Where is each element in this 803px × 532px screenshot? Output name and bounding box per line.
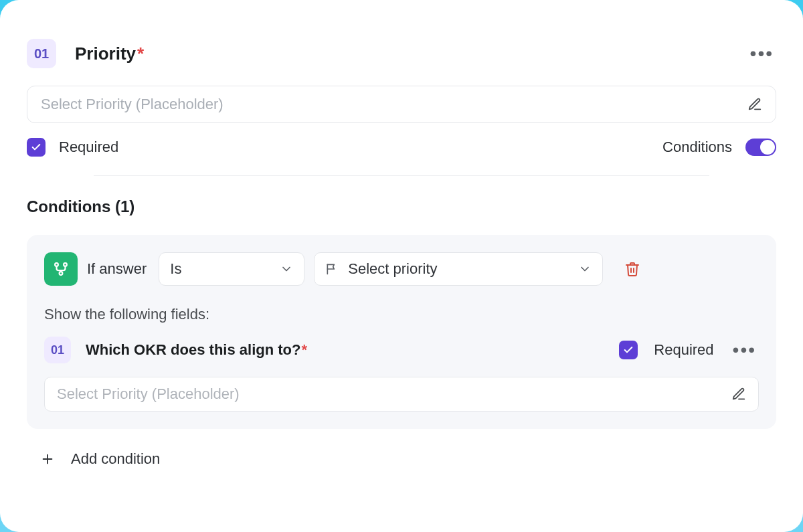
chevron-down-icon bbox=[280, 262, 293, 276]
delete-condition-icon[interactable] bbox=[624, 261, 640, 277]
nested-select-input[interactable]: Select Priority (Placeholder) bbox=[44, 377, 759, 412]
conditions-heading: Conditions (1) bbox=[27, 197, 776, 216]
nested-title-text: Which OKR does this align to? bbox=[86, 341, 300, 358]
flag-icon bbox=[325, 262, 339, 276]
chevron-down-icon bbox=[578, 262, 592, 276]
nested-more-menu-icon[interactable]: ••• bbox=[730, 337, 759, 363]
condition-block: If answer Is Select priority Show the fo… bbox=[27, 235, 776, 429]
field-header-left: 01 Priority* bbox=[27, 39, 144, 68]
required-option: Required bbox=[27, 138, 118, 157]
form-field-editor-card: 01 Priority* ••• Select Priority (Placeh… bbox=[0, 0, 803, 532]
check-icon bbox=[31, 142, 41, 153]
nested-number-badge: 01 bbox=[44, 337, 71, 363]
if-answer-label: If answer bbox=[87, 260, 147, 278]
required-asterisk: * bbox=[137, 43, 144, 64]
nested-required-label: Required bbox=[654, 341, 713, 359]
field-title: Priority* bbox=[75, 43, 144, 64]
nested-required-checkbox[interactable] bbox=[619, 341, 638, 359]
nested-field-left: 01 Which OKR does this align to?* bbox=[44, 337, 307, 363]
edit-icon[interactable] bbox=[731, 387, 746, 402]
required-checkbox[interactable] bbox=[27, 138, 46, 157]
add-condition-label: Add condition bbox=[71, 450, 160, 468]
operator-value: Is bbox=[170, 260, 181, 278]
nested-field-header: 01 Which OKR does this align to?* Requir… bbox=[44, 337, 759, 363]
add-condition-button[interactable]: Add condition bbox=[27, 446, 776, 472]
show-fields-label: Show the following fields: bbox=[44, 306, 759, 323]
conditions-toggle-group: Conditions bbox=[662, 139, 776, 156]
field-options-row: Required Conditions bbox=[27, 138, 776, 157]
value-select[interactable]: Select priority bbox=[314, 252, 603, 286]
nested-field-right: Required ••• bbox=[619, 337, 759, 363]
priority-select-input[interactable]: Select Priority (Placeholder) bbox=[27, 86, 776, 123]
toggle-knob bbox=[760, 140, 775, 155]
field-header: 01 Priority* ••• bbox=[27, 39, 776, 68]
field-number-badge: 01 bbox=[27, 39, 56, 68]
required-label: Required bbox=[59, 139, 118, 156]
plus-icon bbox=[40, 452, 55, 466]
section-divider bbox=[94, 175, 709, 176]
conditions-toggle[interactable] bbox=[745, 139, 776, 156]
conditions-toggle-label: Conditions bbox=[662, 139, 732, 156]
value-placeholder: Select priority bbox=[348, 260, 437, 278]
more-menu-icon[interactable]: ••• bbox=[747, 40, 776, 67]
check-icon bbox=[623, 345, 634, 355]
priority-placeholder: Select Priority (Placeholder) bbox=[41, 96, 224, 113]
edit-icon[interactable] bbox=[747, 97, 762, 112]
condition-rule-row: If answer Is Select priority bbox=[44, 252, 759, 286]
nested-placeholder: Select Priority (Placeholder) bbox=[57, 385, 240, 403]
condition-branch-icon bbox=[44, 252, 78, 286]
field-title-text: Priority bbox=[75, 43, 136, 64]
required-asterisk: * bbox=[301, 341, 307, 358]
nested-field-title: Which OKR does this align to?* bbox=[86, 341, 307, 359]
operator-select[interactable]: Is bbox=[159, 252, 304, 286]
